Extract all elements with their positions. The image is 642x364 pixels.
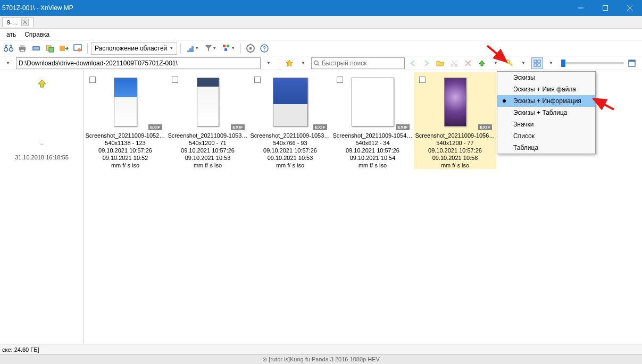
capture-icon[interactable] <box>71 42 84 55</box>
thumbnail-checkbox[interactable] <box>89 77 96 83</box>
thumbnail-filename: Screenshot_20211009-105411_G… <box>333 132 413 139</box>
path-history-icon[interactable]: ▼ <box>263 57 274 69</box>
exif-badge: EXIF <box>396 124 410 130</box>
svg-rect-18 <box>187 50 189 52</box>
fullscreen-icon[interactable] <box>626 57 638 69</box>
thumbnail-checkbox[interactable] <box>419 77 426 83</box>
thumbnail-checkbox[interactable] <box>254 77 261 83</box>
tab-close-icon[interactable] <box>21 19 29 26</box>
taskbar-text: ⊘ [rutor is]Kung fu Panda 3 2016 1080p H… <box>262 356 380 363</box>
svg-point-17 <box>78 48 81 52</box>
parent-dots[interactable]: .. <box>0 139 84 146</box>
folder-tree-pane: .. 31.10.2018 16:18:55 <box>0 70 84 352</box>
favorites-icon[interactable] <box>284 57 295 69</box>
favorites-chevron-icon[interactable]: ▼ <box>297 57 309 69</box>
thumbnail-image <box>197 74 219 130</box>
thumbnail-dimensions: 540x766 - 93 <box>273 139 307 147</box>
key-icon[interactable] <box>504 57 515 69</box>
svg-point-6 <box>4 47 8 51</box>
up-chevron-icon[interactable]: ▼ <box>490 57 502 69</box>
thumbnail-filename: Screenshot_20211009-105256_P… <box>86 132 165 139</box>
path-dropdown-icon[interactable]: ▼ <box>2 57 14 69</box>
filter-icon[interactable]: ▼ <box>202 42 219 55</box>
help-icon[interactable]: ? <box>258 42 271 55</box>
search-field[interactable] <box>311 57 405 69</box>
delete-icon[interactable] <box>462 57 474 69</box>
svg-rect-48 <box>629 60 635 62</box>
layout-dropdown[interactable]: Расположение областей ▼ <box>91 42 177 55</box>
search-input[interactable] <box>322 60 402 67</box>
svg-rect-21 <box>223 45 226 47</box>
path-input[interactable] <box>16 57 261 69</box>
thumbnail-dimensions: 540x1138 - 123 <box>105 139 145 147</box>
menu-list[interactable]: Список <box>497 130 595 142</box>
menu-thumbnails-info[interactable]: Эскизы + Информация <box>497 95 595 107</box>
scanner-icon[interactable] <box>30 42 43 55</box>
key-chevron-icon[interactable]: ▼ <box>518 57 529 69</box>
thumbnail-item[interactable]: EXIF Screenshot_20211009-105328_P… 540x7… <box>249 72 331 169</box>
thumbnail-item[interactable]: EXIF Screenshot_20211009-105638_P… 540x1… <box>414 72 496 169</box>
settings-icon[interactable] <box>244 42 257 55</box>
thumbnail-camera: mm f/ s iso <box>194 162 222 169</box>
menu-thumbnails-table[interactable]: Эскизы + Таблица <box>497 107 595 118</box>
thumbnail-image <box>273 74 308 130</box>
thumbnail-item[interactable]: EXIF Screenshot_20211009-105304_P… 540x1… <box>166 72 249 169</box>
path-toolbar: ▼ ▼ ▼ ▼ ▼ ▼ <box>0 56 642 70</box>
menu-table[interactable]: Таблица <box>497 142 595 154</box>
search-icon <box>314 60 320 66</box>
slider-thumb[interactable] <box>561 60 565 67</box>
forward-icon[interactable] <box>421 57 432 69</box>
thumbnail-item[interactable]: EXIF Screenshot_20211009-105411_G… 540x6… <box>331 72 414 169</box>
menu-icons[interactable]: Значки <box>497 118 595 130</box>
minimize-button[interactable] <box>569 0 593 16</box>
thumbnail-camera: mm f/ s iso <box>358 162 387 169</box>
slider-track[interactable] <box>561 62 624 64</box>
thumbnail-size-slider[interactable] <box>559 57 640 69</box>
view-mode-icon[interactable] <box>531 57 543 69</box>
svg-rect-46 <box>538 64 540 66</box>
maximize-button[interactable] <box>593 0 618 16</box>
up-arrow-icon <box>37 78 47 89</box>
thumbnail-date1: 09.10.2021 10:57:26 <box>181 147 235 154</box>
svg-rect-43 <box>534 60 537 63</box>
up-folder-row[interactable] <box>0 70 84 97</box>
exif-badge: EXIF <box>478 124 492 130</box>
menu-thumbnails-filename[interactable]: Эскизы + Имя файла <box>497 83 595 95</box>
window-title: 5701Z-001\ - XnView MP <box>2 4 569 12</box>
cut-icon[interactable] <box>448 57 460 69</box>
close-button[interactable] <box>618 0 642 16</box>
view-mode-chevron-icon[interactable]: ▼ <box>545 57 557 69</box>
menu-item-help[interactable]: Справка <box>20 30 54 39</box>
svg-rect-15 <box>60 46 65 51</box>
menu-thumbnails[interactable]: Эскизы <box>497 72 595 83</box>
exif-badge: EXIF <box>148 124 162 130</box>
disk-space-label: ске: 24.60 ГБ] <box>2 346 39 353</box>
thumbnail-item[interactable]: EXIF Screenshot_20211009-105256_P… 540x1… <box>84 72 166 169</box>
sort-icon[interactable]: ▼ <box>184 42 201 55</box>
print-icon[interactable] <box>16 42 29 55</box>
thumbnail-checkbox[interactable] <box>337 77 343 83</box>
thumbnail-filename: Screenshot_20211009-105304_P… <box>168 132 248 139</box>
svg-line-42 <box>511 64 512 65</box>
thumbnail-filename: Screenshot_20211009-105638_P… <box>415 132 495 139</box>
up-folder-icon[interactable] <box>476 57 488 69</box>
browser-tab[interactable]: 9-… <box>2 17 34 27</box>
thumbnail-image <box>352 74 394 130</box>
status-bar: ске: 24.60 ГБ] <box>0 344 642 354</box>
tab-strip: 9-… <box>0 16 642 29</box>
thumbnail-filename: Screenshot_20211009-105328_P… <box>251 132 330 139</box>
categories-icon[interactable]: ▼ <box>220 42 237 55</box>
menu-item-create[interactable]: ать <box>2 30 20 39</box>
thumbnail-date2: 09.10.2021 10:53 <box>268 154 313 162</box>
thumbnail-dimensions: 540x1200 - 71 <box>189 139 226 147</box>
thumbnail-image <box>114 74 137 130</box>
svg-text:?: ? <box>263 46 266 52</box>
convert-icon[interactable] <box>57 42 70 55</box>
binoculars-icon[interactable] <box>2 42 15 55</box>
svg-rect-22 <box>227 45 229 47</box>
thumbnail-date2: 09.10.2021 10:53 <box>185 154 231 162</box>
open-folder-icon[interactable] <box>435 57 446 69</box>
back-icon[interactable] <box>407 57 419 69</box>
thumbnail-checkbox[interactable] <box>172 77 178 83</box>
copy-to-icon[interactable] <box>44 42 56 55</box>
